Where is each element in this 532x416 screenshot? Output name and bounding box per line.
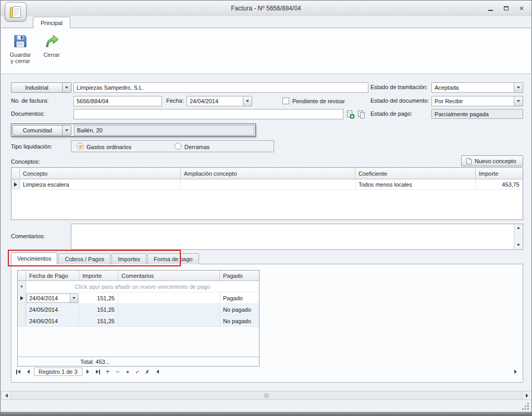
cell-ampliacion[interactable] (181, 179, 355, 189)
documentos-field[interactable] (73, 109, 343, 119)
cell-importe[interactable]: 151,25 (79, 292, 118, 303)
next-record-button[interactable] (84, 368, 92, 376)
tab-vencimientos[interactable]: Vencimientos (11, 252, 57, 264)
previous-record-button[interactable] (24, 368, 32, 376)
post-edit-button[interactable]: ✓ (133, 368, 142, 376)
cell-pagado[interactable]: No pagado (220, 304, 259, 315)
add-document-button[interactable] (345, 109, 355, 119)
grid-scroll-right-button[interactable] (512, 368, 520, 376)
comunidad-dropdown-button[interactable]: Comunidad (13, 125, 71, 136)
app-menu-button[interactable] (5, 2, 27, 21)
column-header-pagado[interactable]: Pagado (220, 271, 259, 280)
estado-tramitacion-dropdown-arrow[interactable] (514, 83, 523, 92)
scroll-right-button[interactable] (523, 391, 531, 399)
column-header-fecha-pago[interactable]: Fecha de Pago (26, 271, 79, 280)
no-factura-field[interactable]: 5656/884/04 (73, 96, 162, 106)
provider-type-dropdown-arrow[interactable] (62, 83, 71, 92)
new-row-hint[interactable]: Click aquí para añadir un nuevo vencimie… (26, 281, 259, 292)
window-horizontal-scrollbar[interactable] (1, 391, 532, 400)
estado-documento-dropdown-arrow[interactable] (514, 96, 523, 106)
column-header-comentarios[interactable]: Comentarios (118, 271, 220, 280)
maximize-button[interactable] (501, 4, 511, 13)
column-header-coeficiente[interactable]: Coeficiente (355, 168, 476, 179)
vencimiento-row[interactable]: 24/05/2014 151,25 No pagado (18, 304, 259, 315)
cell-pagado[interactable]: Pagado (220, 292, 259, 303)
fecha-date-picker[interactable]: 24/04/2014 (187, 96, 252, 106)
vencimiento-row[interactable]: 24/06/2014 151,25 No pagado (18, 315, 259, 327)
scrollbar-thumb[interactable] (10, 391, 523, 399)
cell-fecha[interactable]: 24/05/2014 (26, 304, 79, 315)
minimize-icon (488, 10, 493, 11)
tab-importes[interactable]: Importes (112, 253, 146, 264)
estado-pago-value: Parcialmente pagada (435, 111, 489, 117)
scroll-up-button[interactable] (514, 224, 523, 232)
copy-document-icon (357, 110, 365, 119)
fecha-pago-dropdown-arrow[interactable] (70, 294, 78, 302)
provider-name-field[interactable]: Limpiezas Sampedro, S.L. (73, 82, 368, 93)
cell-comentarios[interactable] (118, 315, 220, 326)
factura-window: Factura - Nº 5656/884/04 × Principal (0, 0, 532, 416)
fecha-dropdown-arrow[interactable] (243, 96, 252, 106)
comunidad-dropdown-arrow[interactable] (62, 126, 71, 135)
cancel-edit-button[interactable]: ✗ (143, 368, 152, 376)
last-record-button[interactable] (94, 368, 102, 376)
minimize-button[interactable] (486, 4, 495, 13)
window-controls: × (486, 4, 526, 13)
close-icon: × (519, 5, 524, 12)
scroll-left-button[interactable] (2, 391, 10, 399)
copy-document-button[interactable] (356, 109, 366, 119)
arrow-right-icon (514, 370, 519, 374)
column-header-importe[interactable]: Importe (79, 271, 118, 280)
cell-importe[interactable]: 151,25 (79, 304, 118, 315)
new-row[interactable]: * Click aquí para añadir un nuevo vencim… (18, 281, 259, 292)
cell-comentarios[interactable] (118, 292, 220, 303)
grid-scrollbar-track[interactable] (163, 368, 510, 376)
append-record-button[interactable]: + (104, 368, 112, 376)
estado-tramitacion-combo[interactable]: Aceptada (431, 82, 523, 93)
estado-documento-combo[interactable]: Por Recibir (431, 96, 523, 106)
cell-comentarios[interactable] (118, 304, 220, 315)
titlebar[interactable]: Factura - Nº 5656/884/04 × (1, 1, 531, 16)
cell-importe[interactable]: 151,25 (79, 315, 118, 326)
ribbon-tab-principal[interactable]: Principal (33, 17, 70, 28)
documentos-label: Documentos: (11, 111, 45, 117)
cell-fecha[interactable]: 24/06/2014 (26, 315, 79, 326)
column-header-importe[interactable]: Importe (476, 168, 523, 179)
column-header-concepto[interactable]: Concepto (20, 168, 181, 179)
cell-concepto[interactable]: Limpieza escalera (20, 179, 181, 189)
grid-scroll-left-button[interactable] (153, 368, 162, 376)
tipo-liquidacion-label: Tipo liquidación: (11, 143, 52, 150)
resize-grip[interactable] (522, 403, 529, 410)
conceptos-row[interactable]: Limpieza escalera Todos menos locales 45… (11, 179, 523, 190)
tab-forma-pago[interactable]: Forma de pago (147, 253, 199, 264)
comentarios-scrollbar[interactable] (514, 224, 523, 249)
delete-record-button[interactable]: − (114, 368, 122, 376)
nuevo-concepto-button[interactable]: Nuevo concepto (461, 155, 523, 166)
comunidad-field[interactable]: Bailén, 20 (74, 125, 254, 136)
pendiente-revisar-checkbox[interactable] (282, 97, 289, 104)
provider-type-dropdown-button[interactable]: Industrial (11, 82, 71, 93)
edit-record-button[interactable] (123, 368, 132, 376)
save-and-close-button[interactable]: Guardar y cerrar (6, 31, 34, 71)
cell-coeficiente[interactable]: Todos menos locales (355, 179, 476, 189)
cell-importe[interactable]: 453,75 (476, 179, 523, 189)
arrow-left-icon (3, 394, 8, 398)
row-indicator-header (11, 168, 20, 179)
row-indicator (18, 292, 26, 303)
comentarios-textarea[interactable] (71, 224, 523, 250)
plus-icon: + (106, 368, 109, 375)
radio-derramas[interactable] (175, 143, 181, 150)
conceptos-label: Conceptos: (11, 158, 40, 165)
cell-pagado[interactable]: No pagado (220, 315, 259, 326)
fecha-pago-editor[interactable]: 24/04/2014 (27, 293, 78, 303)
cross-icon: ✗ (145, 369, 149, 375)
radio-gastos-ordinarios[interactable] (77, 143, 83, 150)
record-position-label: Registro 1 de 3 (34, 368, 82, 376)
scroll-down-button[interactable] (514, 241, 523, 249)
column-header-ampliacion[interactable]: Ampliación concepto (181, 168, 355, 179)
close-form-button[interactable]: Cerrar (38, 31, 66, 71)
close-button[interactable]: × (517, 4, 526, 13)
first-record-button[interactable] (14, 368, 22, 376)
vencimiento-row[interactable]: 24/04/2014 151,25 Pagado (18, 292, 259, 304)
tab-cobros-pagos[interactable]: Cobros / Pagos (58, 253, 110, 264)
